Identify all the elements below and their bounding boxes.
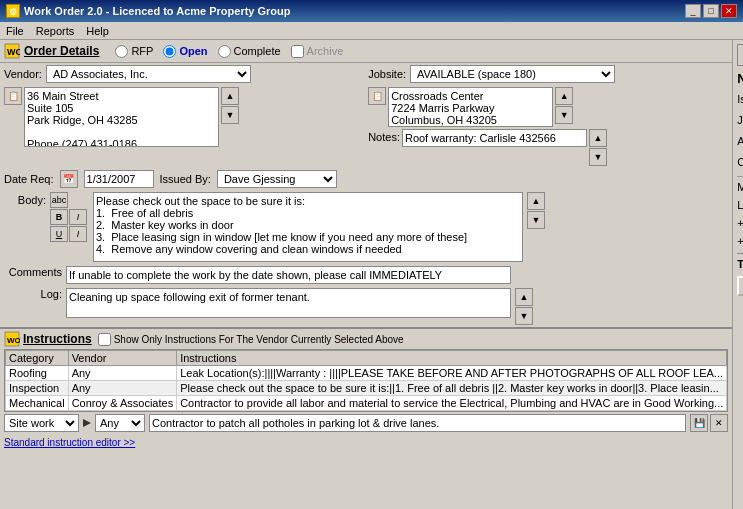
materials-label: Materials xyxy=(737,181,743,193)
underline-btn[interactable]: U xyxy=(50,226,68,242)
new-doc-btn[interactable]: 📄 xyxy=(737,44,743,66)
vendor-select[interactable]: AD Associates, Inc. xyxy=(46,65,251,83)
jobsite-address-row: 📋 Crossroads Center 7224 Marris Parkway … xyxy=(368,87,728,127)
notes-label: Notes: xyxy=(368,129,400,143)
separator xyxy=(737,176,743,177)
jobsite-address[interactable]: Crossroads Center 7224 Marris Parkway Co… xyxy=(388,87,553,127)
issued-by-label: Issued By: xyxy=(160,173,211,185)
account-label: Account xyxy=(737,135,743,147)
tax2-label: + Tax 2 xyxy=(737,235,743,247)
instruction-text-input[interactable] xyxy=(149,414,686,432)
body-tool-row1: abc xyxy=(50,192,87,208)
vendor-scroll-up[interactable]: ▲ xyxy=(221,87,239,105)
log-row: Log: Cleaning up space following exit of… xyxy=(0,286,732,327)
category-bottom-select[interactable]: Site work Roofing Inspection Mechanical xyxy=(4,414,79,432)
log-scroll-up[interactable]: ▲ xyxy=(515,288,533,306)
vendor-jobsite-section: Vendor: AD Associates, Inc. 📋 36 Main St… xyxy=(0,63,732,168)
bottom-buttons: 💾 ✕ xyxy=(690,414,728,432)
bold-btn[interactable]: B xyxy=(50,209,68,225)
date-req-label: Date Req: xyxy=(4,173,54,185)
menu-file[interactable]: File xyxy=(4,25,26,37)
close-button[interactable]: ✕ xyxy=(721,4,737,18)
job-number-row: Job Number 0575127 xyxy=(737,111,743,129)
italic-btn[interactable]: I xyxy=(69,209,87,225)
instructions-table: Category Vendor Instructions Roofing Any… xyxy=(5,350,727,411)
standard-editor-link[interactable]: Standard instruction editor >> xyxy=(4,437,135,448)
maximize-button[interactable]: □ xyxy=(703,4,719,18)
window-controls[interactable]: _ □ ✕ xyxy=(685,4,737,18)
editor-link-row: Standard instruction editor >> xyxy=(0,434,732,450)
jobsite-row: Jobsite: AVAILABLE (space 180) xyxy=(368,65,728,83)
svg-text:WO: WO xyxy=(7,47,20,57)
show-only-checkbox-item[interactable]: Show Only Instructions For The Vendor Cu… xyxy=(98,333,404,346)
vendor-addr-btn[interactable]: 📋 xyxy=(4,87,22,105)
col-category: Category xyxy=(6,351,69,366)
menu-reports[interactable]: Reports xyxy=(34,25,77,37)
vendor-label: Vendor: xyxy=(4,68,42,80)
body-textarea[interactable]: Please check out the space to be sure it… xyxy=(93,192,523,262)
table-row[interactable]: Inspection Any Please check out the spac… xyxy=(6,381,727,396)
show-orders-button[interactable]: Show Orders xyxy=(737,276,743,296)
account-row: Account Maintenance xyxy=(737,132,743,150)
row-instructions: Please check out the space to be sure it… xyxy=(177,381,727,396)
body-scroll-dn[interactable]: ▼ xyxy=(527,211,545,229)
vendor-row: Vendor: AD Associates, Inc. xyxy=(4,65,364,83)
radio-rfp[interactable]: RFP xyxy=(115,45,153,58)
window-title: Work Order 2.0 - Licenced to Acme Proper… xyxy=(24,5,291,17)
radio-open[interactable]: Open xyxy=(163,45,207,58)
materials-row: Materials xyxy=(737,179,743,195)
vendor-bottom-select[interactable]: Any xyxy=(95,414,145,432)
comments-label: Comments xyxy=(4,266,62,278)
delete-instruction-btn[interactable]: ✕ xyxy=(710,414,728,432)
tax2-row: + Tax 2 xyxy=(737,233,743,249)
job-number-label: Job Number xyxy=(737,114,743,126)
row-instructions: Contractor to provide all labor and mate… xyxy=(177,396,727,411)
arrow-right-icon xyxy=(83,419,91,427)
row-category: Roofing xyxy=(6,366,69,381)
row-category: Inspection xyxy=(6,381,69,396)
vendor-address[interactable]: 36 Main Street Suite 105 Park Ridge, OH … xyxy=(24,87,219,147)
issue-date-row: Issue Date 📅 xyxy=(737,90,743,108)
issued-by-select[interactable]: Dave Gjessing xyxy=(217,170,337,188)
date-cal-icon[interactable]: 📅 xyxy=(60,170,78,188)
no-label: No: xyxy=(737,71,743,86)
table-row[interactable]: Mechanical Conroy & Associates Contracto… xyxy=(6,396,727,411)
jobsite-label: Jobsite: xyxy=(368,68,406,80)
body-label-row: Body: abc B I U I Please check out the s… xyxy=(4,192,728,262)
total-row: Total ? xyxy=(737,253,743,272)
notes-field[interactable]: Roof warranty: Carlisle 432566 xyxy=(402,129,587,147)
right-panel: 📄 📋 🖨 🔍 💾 ? No: 000023 Issue Date 📅 Job … xyxy=(733,40,743,509)
notes-scroll-up[interactable]: ▲ xyxy=(589,129,607,147)
jobsite-addr-btn[interactable]: 📋 xyxy=(368,87,386,105)
menu-bar: File Reports Help xyxy=(0,22,743,40)
app-icon: ⚙ xyxy=(6,4,20,18)
no-field: No: 000023 xyxy=(737,70,743,86)
table-row[interactable]: Roofing Any Leak Location(s):||||Warrant… xyxy=(6,366,727,381)
jobsite-scroll-dn[interactable]: ▼ xyxy=(555,106,573,124)
instructions-icon: WO xyxy=(4,331,20,347)
log-label: Log: xyxy=(4,288,62,300)
body-scroll-up[interactable]: ▲ xyxy=(527,192,545,210)
vendor-scroll-dn[interactable]: ▼ xyxy=(221,106,239,124)
log-scroll-dn[interactable]: ▼ xyxy=(515,307,533,325)
right-bottom-buttons: 💾 REC ✕ xyxy=(737,487,743,505)
save-instruction-btn[interactable]: 💾 xyxy=(690,414,708,432)
col-vendor: Vendor xyxy=(68,351,177,366)
date-req-input[interactable] xyxy=(84,170,154,188)
instructions-title: WO Instructions xyxy=(4,331,92,347)
notes-scroll-dn[interactable]: ▼ xyxy=(589,148,607,166)
menu-help[interactable]: Help xyxy=(84,25,111,37)
show-only-checkbox[interactable] xyxy=(98,333,111,346)
radio-complete[interactable]: Complete xyxy=(218,45,281,58)
log-textarea[interactable]: Cleaning up space following exit of form… xyxy=(66,288,511,318)
radio-archive[interactable]: Archive xyxy=(291,45,344,58)
comments-row: Comments xyxy=(0,264,732,286)
jobsite-select[interactable]: AVAILABLE (space 180) xyxy=(410,65,615,83)
total-label: Total xyxy=(737,258,743,270)
minimize-button[interactable]: _ xyxy=(685,4,701,18)
comments-input[interactable] xyxy=(66,266,511,284)
spell-check-btn[interactable]: abc xyxy=(50,192,68,208)
italic2-btn[interactable]: I xyxy=(69,226,87,242)
jobsite-scroll-up[interactable]: ▲ xyxy=(555,87,573,105)
category-label: Category xyxy=(737,156,743,168)
